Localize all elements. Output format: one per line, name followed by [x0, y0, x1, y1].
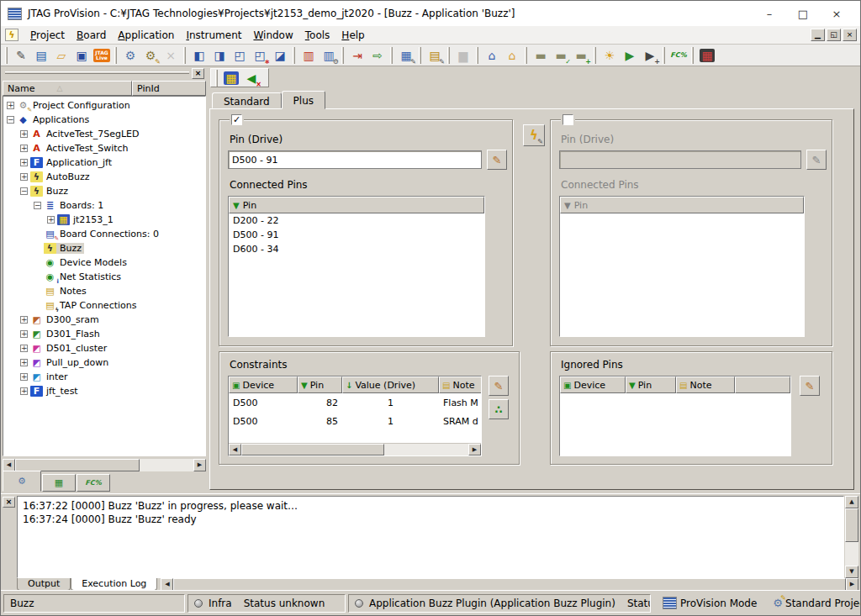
constraints-h-scrollbar[interactable]: ◀ ▶ — [229, 443, 481, 455]
edit-connections-button[interactable]: ∴ — [489, 399, 509, 419]
new-project-button[interactable]: ▤ — [31, 46, 51, 65]
scroll-right-icon[interactable]: ▶ — [193, 459, 206, 471]
tree-item-d300-sram[interactable]: +◩D300_sram — [3, 313, 205, 327]
tree-item-jt2153-1[interactable]: +▦jt2153_1 — [3, 213, 205, 227]
column-header-note[interactable]: ▤Note — [676, 376, 735, 393]
window-maximize-button[interactable]: □ — [786, 3, 820, 24]
menu-board[interactable]: Board — [71, 27, 112, 44]
board-settings-button[interactable]: ▦ — [221, 69, 241, 87]
mdi-minimize-button[interactable]: ▁ — [811, 29, 825, 41]
menu-instrument[interactable]: Instrument — [180, 27, 247, 44]
chip-verify-add-button[interactable]: ▬+ — [571, 46, 591, 65]
run-add-button[interactable]: ▶+ — [640, 46, 660, 65]
tree-item-application-jft[interactable]: +FApplication_jft — [3, 155, 205, 170]
monitor-button[interactable]: ▦ — [697, 46, 717, 65]
collapse-icon[interactable]: − — [20, 187, 28, 195]
tab-fault-coverage-view[interactable]: FC% — [77, 474, 110, 492]
tree-item-project-configuration[interactable]: +⚙✎Project Configuration — [3, 98, 205, 113]
log-h-scroll-thumb[interactable] — [173, 578, 846, 591]
jtag-live-button[interactable]: JTAG Live — [92, 46, 112, 65]
tab-output[interactable]: Output — [17, 578, 71, 591]
save-project-button[interactable]: ▣ — [71, 46, 92, 65]
tree-item-device-models[interactable]: ◉Device Models — [3, 255, 205, 270]
scroll-left-icon[interactable]: ◀ — [161, 578, 173, 591]
new-application-button[interactable]: ⚙ — [120, 46, 140, 65]
log-close-button[interactable]: × — [3, 497, 15, 508]
column-header-pin[interactable]: ▼Pin — [626, 376, 676, 393]
sense-enable-checkbox[interactable] — [563, 114, 573, 125]
tab-execution-log[interactable]: Execution Log — [71, 578, 157, 591]
clear-ignored-button[interactable]: ✎ — [800, 376, 820, 396]
expand-icon[interactable]: + — [20, 345, 28, 352]
import-file-button[interactable]: ⇥ — [347, 46, 367, 65]
log-v-scrollbar[interactable]: ▲ ▼ — [845, 496, 858, 578]
pin-drive-input[interactable] — [228, 150, 482, 169]
pin-row-d600-34[interactable]: D600 - 34 — [229, 242, 484, 256]
tab-applications-view[interactable]: ⚙ — [3, 471, 41, 492]
expand-icon[interactable]: + — [20, 316, 28, 324]
tree-item-tap-connections[interactable]: ▤ϟTAP Connections — [3, 298, 205, 313]
pin-row-d200-22[interactable]: D200 - 22 — [229, 213, 484, 228]
clear-pin-button[interactable]: ✎ — [487, 150, 507, 170]
tab-standard[interactable]: Standard — [212, 92, 282, 108]
pin-list-header[interactable]: ▼ Pin — [229, 197, 484, 213]
clear-constraints-button[interactable]: ✎ — [489, 376, 509, 396]
column-header-device[interactable]: ▣Device — [229, 376, 298, 393]
collapse-icon[interactable]: − — [7, 116, 14, 124]
scroll-right-icon[interactable]: ▶ — [468, 444, 481, 455]
mdi-close-button[interactable]: × — [843, 29, 857, 41]
pen-tool-button[interactable]: ✎ — [11, 46, 31, 65]
window-close-button[interactable]: × — [820, 3, 853, 24]
panel-close-button[interactable]: × — [192, 68, 204, 79]
tree-item-pull-up-down[interactable]: +◩Pull_up_down — [3, 355, 205, 370]
pin-row-d500-91[interactable]: D500 - 91 — [229, 228, 484, 242]
tree-item-autobuzz[interactable]: +ϟAutoBuzz — [3, 170, 205, 184]
tree-item-applications[interactable]: −◆Applications — [3, 113, 205, 127]
column-header-device[interactable]: ▣Device — [560, 376, 626, 393]
tree-item-inter[interactable]: +◩inter — [3, 370, 205, 384]
expand-icon[interactable]: + — [47, 216, 55, 224]
netlist-editor-button[interactable]: ▦✎ — [396, 46, 416, 65]
column-header-pin[interactable]: ▼Pin — [298, 376, 342, 393]
split-vertical-button[interactable]: ◨ — [209, 46, 230, 65]
panel-drag-grip[interactable] — [5, 71, 189, 74]
tree-item-buzz[interactable]: ϟBuzz — [3, 241, 205, 255]
column-header-note[interactable]: ▤Note — [439, 376, 482, 393]
window-minimize-button[interactable]: – — [753, 3, 786, 24]
menu-project[interactable]: Project — [24, 27, 71, 44]
expand-icon[interactable]: + — [20, 130, 28, 138]
split-horizontal-button[interactable]: ◧ — [189, 46, 209, 65]
apply-board-button[interactable]: ⌂ — [482, 46, 502, 65]
tab-plus[interactable]: Plus — [282, 91, 325, 109]
tab-boards-view[interactable]: ▦ — [42, 474, 76, 492]
menu-help[interactable]: Help — [335, 27, 370, 44]
column-header-value-drive[interactable]: ↓Value (Drive) — [342, 376, 439, 393]
lamp-button[interactable]: ☀ — [600, 46, 620, 65]
output-pane-button[interactable]: ◪ — [270, 46, 290, 65]
log-v-scroll-thumb[interactable] — [845, 508, 858, 542]
tree-item-jft-test[interactable]: +Fjft_test — [3, 384, 205, 398]
tree-item-notes[interactable]: ▤Notes — [3, 284, 205, 298]
scroll-up-icon[interactable]: ▲ — [845, 496, 858, 508]
fault-coverage-button[interactable]: FC% — [668, 46, 689, 65]
cascade-windows-button[interactable]: ◰ — [230, 46, 250, 65]
expand-icon[interactable]: + — [20, 359, 28, 366]
drive-enable-checkbox[interactable]: ✓ — [231, 114, 242, 125]
menu-window[interactable]: Window — [247, 27, 298, 44]
new-window-button[interactable]: ◰∗ — [250, 46, 270, 65]
open-project-button[interactable]: ▱ — [51, 46, 71, 65]
chip-verify-button[interactable]: ▬✓ — [551, 46, 571, 65]
tree-item-acitvetest-7segled[interactable]: +AAcitveTest_7SegLED — [3, 127, 205, 141]
restore-board-button[interactable]: ⌂ — [502, 46, 522, 65]
scroll-down-icon[interactable]: ▼ — [845, 566, 858, 578]
application-chart-button[interactable]: ▥⚙ — [319, 46, 339, 65]
tree-item-d501-cluster[interactable]: +◩D501_cluster — [3, 341, 205, 355]
menu-application[interactable]: Application — [112, 27, 180, 44]
chip-button[interactable]: ▬ — [531, 46, 551, 65]
menu-tools[interactable]: Tools — [299, 27, 336, 44]
constraints-h-scroll-thumb[interactable] — [241, 444, 384, 455]
edit-application-button[interactable]: ⚙✎ — [140, 46, 161, 65]
expand-icon[interactable]: + — [20, 373, 28, 381]
edit-buzz-button[interactable]: ϟ ✎ — [523, 124, 545, 146]
scroll-left-icon[interactable]: ◀ — [229, 444, 241, 455]
